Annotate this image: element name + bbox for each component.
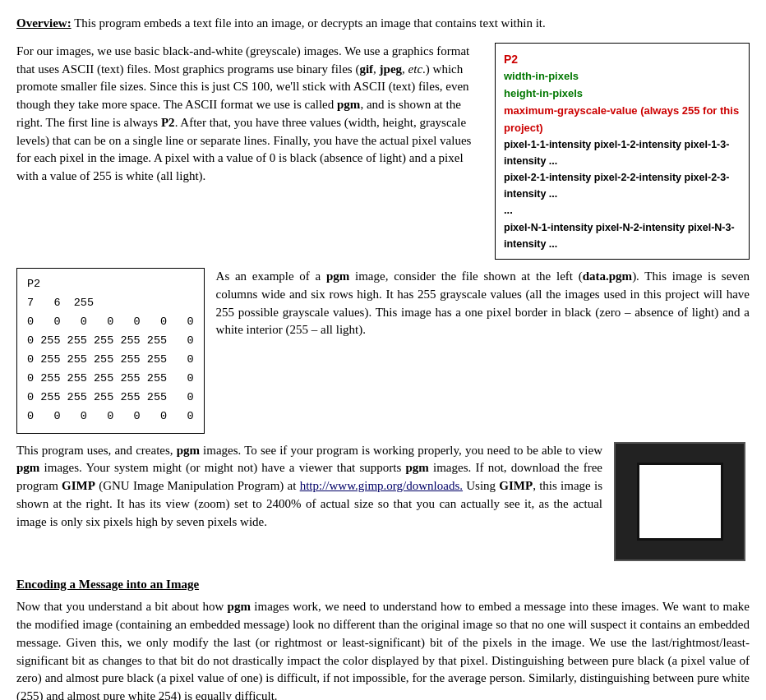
gimp-image-container — [614, 442, 750, 561]
pgm-row-7: 0 0 0 0 0 0 0 — [27, 408, 194, 426]
pgm-row-1: 7 6 255 — [27, 294, 194, 313]
intro-section: For our images, we use basic black-and-w… — [16, 43, 750, 260]
intro-text-block: For our images, we use basic black-and-w… — [16, 43, 483, 186]
overview-label: Overview: — [16, 16, 72, 30]
pgm-row-2: 0 0 0 0 0 0 0 — [27, 313, 194, 332]
pgm-row-4: 0 255 255 255 255 255 0 — [27, 351, 194, 370]
overview-text: This program embeds a text file into an … — [74, 16, 546, 30]
overview-line: Overview: This program embeds a text fil… — [16, 15, 750, 33]
encoding-text: Now that you understand a bit about how … — [16, 598, 750, 700]
pixel-inner-white — [637, 463, 723, 541]
encoding-paragraph: Now that you understand a bit about how … — [16, 598, 750, 700]
pgm-row-0: P2 — [27, 275, 194, 294]
format-pixel-rowN: pixel-N-1-intensity pixel-N-2-intensity … — [504, 219, 741, 252]
etc-label: etc — [408, 62, 422, 76]
format-pixel-row2: pixel-2-1-intensity pixel-2-2-intensity … — [504, 169, 741, 202]
intro-paragraph: For our images, we use basic black-and-w… — [16, 43, 483, 186]
format-height: height-in-pixels — [504, 85, 741, 103]
gimp-paragraph: This program uses, and creates, pgm imag… — [16, 442, 602, 532]
pgm-row-6: 0 255 255 255 255 255 0 — [27, 389, 194, 408]
format-width: width-in-pixels — [504, 68, 741, 85]
pgm-label: pgm — [337, 98, 360, 111]
pgm-row-3: 0 255 255 255 255 255 0 — [27, 332, 194, 351]
pixel-image — [614, 442, 745, 561]
pgm-data-box: P2 7 6 255 0 0 0 0 0 0 0 0 255 255 255 2… — [16, 268, 205, 434]
jpeg-label: jpeg — [380, 62, 403, 76]
gimp-url[interactable]: http://www.gimp.org/downloads. — [300, 479, 463, 492]
encoding-heading: Encoding a Message into an Image — [16, 576, 750, 594]
format-pixel-row1: pixel-1-1-intensity pixel-1-2-intensity … — [504, 136, 741, 169]
gimp-text-block: This program uses, and creates, pgm imag… — [16, 442, 602, 532]
pgm-format-box: P2 width-in-pixels height-in-pixels maxi… — [495, 43, 750, 260]
gimp-section: This program uses, and creates, pgm imag… — [16, 442, 750, 561]
pgm-desc-text: As an example of a pgm image, consider t… — [216, 268, 750, 339]
pgm-description: As an example of a pgm image, consider t… — [216, 268, 750, 339]
pgm-row-5: 0 255 255 255 255 255 0 — [27, 370, 194, 389]
format-grayscale: maximum-grayscale-value (always 255 for … — [504, 103, 741, 137]
format-p2: P2 — [504, 50, 741, 68]
gif-label: gif — [359, 62, 373, 76]
format-dots: ... — [504, 202, 741, 219]
pgm-example-section: P2 7 6 255 0 0 0 0 0 0 0 0 255 255 255 2… — [16, 268, 750, 434]
p2-inline: P2 — [161, 116, 175, 129]
